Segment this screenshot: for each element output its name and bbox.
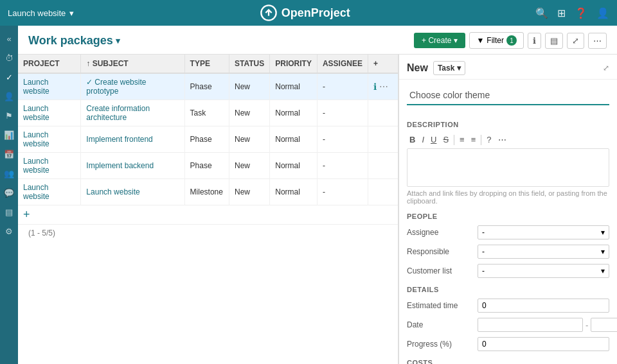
date-label: Date [407, 320, 478, 329]
customer-list-row: Customer list - ▾ [407, 264, 609, 278]
row-info-icon[interactable]: ℹ [373, 82, 377, 92]
cell-actions [368, 126, 398, 153]
sidebar-item-time[interactable]: ⏱ [0, 49, 18, 67]
pagination-info: (1 - 5/5) [28, 229, 55, 238]
sidebar-item-reports[interactable]: 📊 [0, 126, 18, 144]
responsible-selector[interactable]: - ▾ [478, 245, 609, 259]
page-title-caret[interactable]: ▾ [116, 36, 120, 46]
table-row[interactable]: Launch website Create information archit… [18, 100, 398, 126]
cell-status: New [229, 73, 270, 100]
table-footer: (1 - 5/5) [18, 224, 398, 241]
view-list-button[interactable]: ▤ [545, 33, 563, 49]
customer-list-label: Customer list [407, 266, 478, 275]
customer-list-selector[interactable]: - ▾ [478, 264, 609, 278]
search-icon[interactable]: 🔍 [535, 7, 548, 19]
sidebar-item-workpackages[interactable]: ✓ [0, 68, 18, 86]
estimated-time-input[interactable] [478, 299, 609, 313]
table-row[interactable]: Launch website Implement frontend Phase … [18, 126, 398, 153]
app-logo: OpenProject [260, 4, 350, 22]
cell-subject: Implement backend [81, 153, 184, 179]
column-header-type[interactable]: TYPE [184, 55, 229, 73]
cell-status: New [229, 100, 270, 126]
subject-link[interactable]: Launch website [86, 187, 139, 196]
grid-icon[interactable]: ⊞ [557, 7, 566, 19]
page-title: Work packages [28, 34, 113, 48]
responsible-caret: ▾ [601, 247, 605, 256]
table-row[interactable]: Launch website Implement backend Phase N… [18, 153, 398, 179]
column-header-add[interactable]: + [368, 55, 398, 73]
sidebar-item-budget[interactable]: ▤ [0, 203, 18, 221]
format-bold[interactable]: B [407, 134, 418, 146]
subject-link[interactable]: Create information architecture [86, 104, 150, 122]
column-header-subject[interactable]: ↑ SUBJECT [81, 55, 184, 73]
cell-actions [368, 179, 398, 205]
column-header-status[interactable]: STATUS [229, 55, 270, 73]
main-content-area: Work packages ▾ + Create ▾ ▼ Filter 1 ℹ … [18, 26, 617, 364]
work-packages-table-area: PROJECT ↑ SUBJECT TYPE STATUS PRIORITY A… [18, 55, 398, 364]
subject-link[interactable]: Implement backend [86, 161, 154, 170]
create-button[interactable]: + Create ▾ [414, 33, 465, 48]
filter-button[interactable]: ▼ Filter 1 [469, 32, 524, 49]
toolbar-separator-1 [454, 135, 454, 145]
split-view: PROJECT ↑ SUBJECT TYPE STATUS PRIORITY A… [18, 55, 617, 364]
cell-type: Milestone [184, 179, 229, 205]
more-options-button[interactable]: ⋯ [588, 33, 607, 49]
cell-subject: Implement frontend [81, 126, 184, 153]
panel-title: New [407, 62, 428, 74]
sidebar-item-news[interactable]: ⚑ [0, 107, 18, 125]
sidebar-item-calendar[interactable]: 📅 [0, 145, 18, 163]
format-strikethrough[interactable]: S [440, 134, 451, 146]
table-header-row: PROJECT ↑ SUBJECT TYPE STATUS PRIORITY A… [18, 55, 398, 73]
assignee-caret: ▾ [601, 228, 605, 237]
project-link[interactable]: Launch website [23, 183, 49, 201]
cell-project: Launch website [18, 100, 81, 126]
format-list-ordered[interactable]: ≡ [457, 134, 467, 146]
project-name: Launch website [8, 8, 66, 18]
format-more[interactable]: ⋯ [496, 134, 509, 146]
subject-link[interactable]: Create website prototype [86, 78, 146, 96]
column-header-project[interactable]: PROJECT [18, 55, 81, 73]
sidebar-item-account[interactable]: 👤 [0, 87, 18, 105]
table-row[interactable]: Launch website Launch website Milestone … [18, 179, 398, 205]
project-link[interactable]: Launch website [23, 130, 49, 148]
expand-icon[interactable]: ⤢ [603, 64, 609, 73]
sidebar-item-settings[interactable]: ⚙ [0, 222, 18, 240]
view-expand-button[interactable]: ⤢ [567, 33, 584, 49]
responsible-value: - [482, 247, 485, 256]
format-help[interactable]: ? [484, 134, 494, 146]
info-button[interactable]: ℹ [528, 33, 541, 49]
project-selector[interactable]: Launch website ▾ [8, 8, 74, 18]
subject-link[interactable]: Implement frontend [86, 135, 152, 144]
project-link[interactable]: Launch website [23, 104, 49, 122]
format-list-unordered[interactable]: ≡ [469, 134, 479, 146]
project-link[interactable]: Launch website [23, 157, 49, 175]
table-row[interactable]: Launch website ✓Create website prototype… [18, 73, 398, 100]
responsible-label: Responsible [407, 247, 478, 256]
date-row: Date - [407, 318, 609, 332]
type-selector[interactable]: Task ▾ [433, 61, 465, 75]
date-from-input[interactable] [478, 318, 583, 332]
sidebar-item-collapse[interactable]: « [0, 30, 18, 48]
column-header-priority[interactable]: PRIORITY [270, 55, 317, 73]
cell-actions [368, 100, 398, 126]
description-area[interactable] [407, 148, 609, 187]
sidebar-item-members[interactable]: 👥 [0, 164, 18, 182]
progress-input[interactable] [478, 337, 609, 351]
sidebar-item-forums[interactable]: 💬 [0, 184, 18, 202]
user-icon[interactable]: 👤 [596, 7, 609, 19]
column-header-assignee[interactable]: ASSIGNEE [317, 55, 368, 73]
help-icon[interactable]: ❓ [575, 7, 587, 19]
add-row-button[interactable]: + [18, 205, 35, 224]
row-dots-icon[interactable]: ⋯ [379, 82, 388, 92]
subject-input[interactable] [407, 86, 609, 105]
costs-section-label: COSTS [407, 359, 609, 364]
progress-field[interactable] [482, 340, 605, 349]
date-to-input[interactable] [591, 318, 617, 332]
project-link[interactable]: Launch website [23, 78, 49, 96]
cell-status: New [229, 153, 270, 179]
format-underline[interactable]: U [428, 134, 439, 146]
format-italic[interactable]: I [419, 134, 427, 146]
type-selected: Task [438, 64, 454, 73]
estimated-time-field[interactable] [482, 301, 605, 310]
assignee-selector[interactable]: - ▾ [478, 225, 609, 239]
